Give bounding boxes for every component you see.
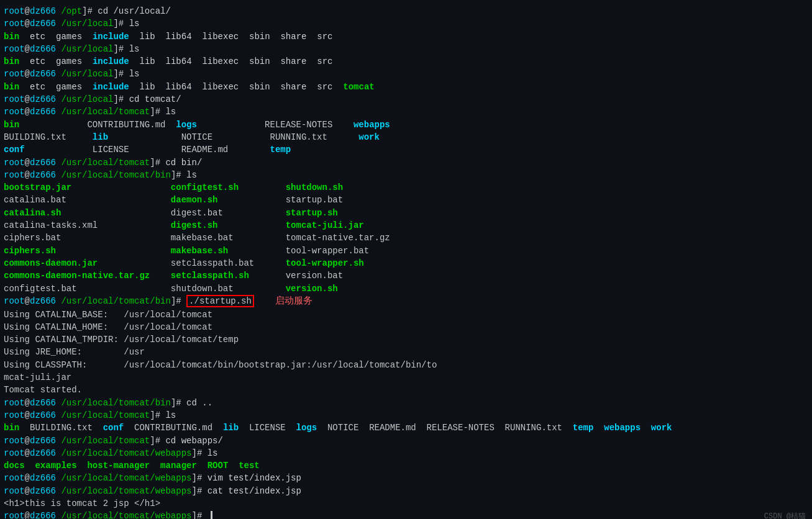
line-h1: <h1>this is tomcat 2 jsp </h1> — [4, 497, 808, 510]
line-final-prompt: root@dz666 /usr/local/tomcat/webapps]# ▋ — [4, 510, 808, 519]
mcat-juli: mcat-juli.jar — [4, 371, 808, 384]
ls-bin-8: commons-daemon-native.tar.gz setclasspat… — [4, 269, 808, 282]
ls-tomcat2-output: bin BUILDING.txt conf CONTRIBUTING.md li… — [4, 422, 808, 434]
line-3: bin etc games include lib lib64 libexec … — [4, 30, 808, 43]
line-startup: root@dz666 /usr/local/tomcat/bin]# ./sta… — [4, 295, 808, 309]
catalina-home: Using CATALINA_HOME: /usr/local/tomcat — [4, 321, 808, 333]
line-ls-bin: root@dz666 /usr/local/tomcat/bin]# ls — [4, 169, 808, 181]
classpath: Using CLASSPATH: /usr/local/tomcat/bin/b… — [4, 359, 808, 371]
catalina-base: Using CATALINA_BASE: /usr/local/tomcat — [4, 309, 808, 321]
ls-bin-5: ciphers.bat makebase.bat tomcat-native.t… — [4, 232, 808, 244]
ls-tomcat-1: bin CONTRIBUTING.md logs RELEASE-NOTES w… — [4, 119, 808, 131]
ls-bin-7: commons-daemon.jar setclasspath.bat tool… — [4, 257, 808, 269]
line-ls-webapps: root@dz666 /usr/local/tomcat/webapps]# l… — [4, 447, 808, 459]
line-cd-webapps: root@dz666 /usr/local/tomcat]# cd webapp… — [4, 435, 808, 447]
line-9: root@dz666 /usr/local/tomcat]# ls — [4, 106, 808, 118]
ls-bin-3: catalina.sh digest.bat startup.sh — [4, 207, 808, 219]
ls-bin-2: catalina.bat daemon.sh startup.bat — [4, 194, 808, 206]
line-ls-tomcat2: root@dz666 /usr/local/tomcat]# ls — [4, 409, 808, 422]
ls-tomcat-2: BUILDING.txt lib NOTICE RUNNING.txt work — [4, 131, 808, 143]
line-4: root@dz666 /usr/local]# ls — [4, 43, 808, 55]
line-7: bin etc games include lib lib64 libexec … — [4, 81, 808, 93]
jre-home: Using JRE_HOME: /usr — [4, 346, 808, 358]
line-cd-dotdot: root@dz666 /usr/local/tomcat/bin]# cd .. — [4, 397, 808, 409]
line-2: root@dz666 /usr/local]# ls — [4, 17, 808, 30]
watermark: CSDN @桔猫 — [764, 511, 806, 519]
ls-webapps-output: docs examples host-manager manager ROOT … — [4, 459, 808, 472]
ls-bin-9: configtest.bat shutdown.bat version.sh — [4, 282, 808, 295]
line-cd-bin: root@dz666 /usr/local/tomcat]# cd bin/ — [4, 156, 808, 169]
line-8: root@dz666 /usr/local]# cd tomcat/ — [4, 93, 808, 106]
catalina-tmpdir: Using CATALINA_TMPDIR: /usr/local/tomcat… — [4, 333, 808, 346]
ls-bin-4: catalina-tasks.xml digest.sh tomcat-juli… — [4, 219, 808, 232]
ls-tomcat-3: conf LICENSE README.md temp — [4, 143, 808, 156]
line-1: root@dz666 /opt]# cd /usr/local/ — [4, 5, 808, 17]
line-5: bin etc games include lib lib64 libexec … — [4, 55, 808, 68]
ls-bin-6: ciphers.sh makebase.sh tool-wrapper.bat — [4, 245, 808, 257]
line-cat: root@dz666 /usr/local/tomcat/webapps]# c… — [4, 485, 808, 497]
ls-bin-1: bootstrap.jar configtest.sh shutdown.sh — [4, 181, 808, 194]
line-vim: root@dz666 /usr/local/tomcat/webapps]# v… — [4, 472, 808, 484]
annotation-qidong: 启动服务 — [275, 296, 312, 307]
terminal: root@dz666 /opt]# cd /usr/local/ root@dz… — [0, 0, 812, 519]
startup-box: ./startup.sh — [186, 295, 254, 307]
tomcat-started: Tomcat started. — [4, 384, 808, 396]
line-6: root@dz666 /usr/local]# ls — [4, 68, 808, 80]
